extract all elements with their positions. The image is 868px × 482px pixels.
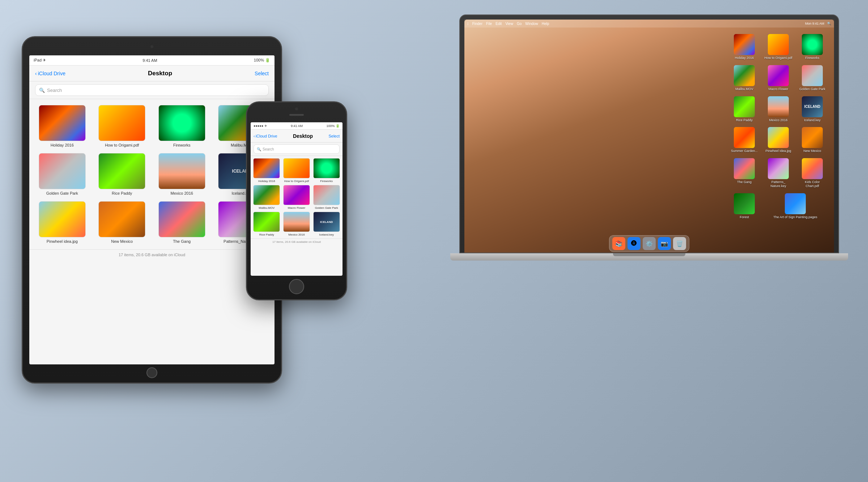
thumbnail xyxy=(253,212,280,232)
thumbnail xyxy=(158,153,205,189)
icon-label-kids-color: Kids Color Chart.pdf xyxy=(798,180,827,188)
desktop-icon-holiday2016[interactable]: Holiday 2016 xyxy=(730,34,759,60)
ipad-home-button[interactable] xyxy=(146,367,157,378)
search-icon[interactable]: 🔍 xyxy=(827,22,831,25)
desktop-icon-rice-paddy[interactable]: Rice Paddy xyxy=(730,96,759,122)
desktop-icon-forest[interactable]: Forest xyxy=(730,193,759,219)
window-menu[interactable]: Window xyxy=(525,22,538,26)
list-item[interactable]: How to Origami.pdf xyxy=(95,105,149,147)
list-item[interactable]: Golden Gate Park xyxy=(35,153,89,195)
icon-thumb-art-sign xyxy=(785,193,806,214)
desktop-icon-pinwheel[interactable]: Pinwheel Idea.jpg xyxy=(764,127,793,153)
list-item[interactable]: New Mexico xyxy=(95,201,149,244)
icon-label-holiday2016: Holiday 2016 xyxy=(735,56,754,60)
desktop-icon-iceland[interactable]: ICELAND Iceland.key xyxy=(798,96,827,122)
iphone-back-button[interactable]: ‹ iCloud Drive xyxy=(254,134,277,138)
apple-menu[interactable]:  xyxy=(467,22,469,26)
dock-item-appstore[interactable]: 🅐 xyxy=(627,237,641,250)
ipad-select-button[interactable]: Select xyxy=(255,71,269,76)
ipad-search-bar: 🔍 Search xyxy=(29,81,275,99)
dock-item-settings[interactable]: ⚙️ xyxy=(643,237,656,250)
desktop-icon-the-gang[interactable]: The Gang xyxy=(730,158,759,188)
list-item[interactable]: Mexico 2016 xyxy=(155,153,209,195)
view-menu[interactable]: View xyxy=(505,22,513,26)
icon-label-pinwheel: Pinwheel Idea.jpg xyxy=(765,149,791,153)
list-item[interactable]: Holiday 2016 xyxy=(253,158,281,183)
icon-label-forest: Forest xyxy=(740,215,749,219)
icon-label-art-sign: The Art of Sign Painting.pages xyxy=(773,215,817,219)
ipad-search-placeholder: Search xyxy=(47,88,62,93)
desktop-icon-summer-garden[interactable]: Summer Garden... xyxy=(730,127,759,153)
list-item[interactable]: Golden Gate Park xyxy=(312,185,340,210)
go-menu[interactable]: Go xyxy=(517,22,522,26)
item-label: How to Origami.pdf xyxy=(284,179,309,183)
list-item[interactable]: Rice Paddy xyxy=(253,212,281,236)
desktop-icon-art-sign[interactable]: The Art of Sign Painting.pages xyxy=(764,193,827,219)
finder-menu[interactable]: Finder xyxy=(472,22,482,26)
desktop-icon-golden-gate[interactable]: Golden Gate Park xyxy=(798,65,827,91)
item-label: The Gang xyxy=(173,239,191,244)
icon-thumb-holiday2016 xyxy=(734,34,755,55)
list-item[interactable]: Pinwheel idea.jpg xyxy=(35,201,89,244)
dock-item-photos[interactable]: 📷 xyxy=(658,237,671,250)
icon-thumb-rice-paddy xyxy=(734,96,755,117)
list-item[interactable]: Holiday 2016 xyxy=(35,105,89,147)
file-menu[interactable]: File xyxy=(486,22,492,26)
list-item[interactable]: Mexico 2016 xyxy=(283,212,311,236)
item-label: Golden Gate Park xyxy=(46,191,78,195)
icon-thumb-fireworks xyxy=(802,34,823,55)
iphone-statusbar: ●●●●● ✈ 9:41 AM 100% 🔋 xyxy=(251,122,342,130)
dock-item-trash[interactable]: 🗑️ xyxy=(673,237,686,250)
search-icon: 🔍 xyxy=(39,88,45,93)
iphone-search-input[interactable]: 🔍 Search xyxy=(254,144,340,154)
list-item[interactable]: How to Origami.pdf xyxy=(283,158,311,183)
desktop-icon-new-mexico[interactable]: New Mexico xyxy=(798,127,827,153)
list-item[interactable]: Fireworks xyxy=(312,158,340,183)
desktop-icon-mexico[interactable]: Mexico 2016 xyxy=(764,96,793,122)
thumbnail xyxy=(313,158,340,178)
thumbnail xyxy=(253,185,280,205)
icon-label-patterns-nature: Patterns_ Nature.key xyxy=(764,180,793,188)
item-label: Fireworks xyxy=(173,143,191,147)
thumbnail xyxy=(283,158,310,178)
ipad-statusbar: iPad ✈ 9:41 AM 100% 🔋 xyxy=(29,55,275,65)
icon-label-mexico: Mexico 2016 xyxy=(769,118,787,122)
item-label: Rice Paddy xyxy=(259,233,274,236)
desktop-icon-macro-flower[interactable]: Macro Flower xyxy=(764,65,793,91)
iphone: ●●●●● ✈ 9:41 AM 100% 🔋 ‹ iCloud Drive De… xyxy=(246,101,347,300)
list-item[interactable]: Macro Flower xyxy=(283,185,311,210)
desktop-icon-malibu[interactable]: Malibu.MOV xyxy=(730,65,759,91)
macbook-body:  Finder File Edit View Go Window Help M… xyxy=(459,14,839,253)
iphone-select-button[interactable]: Select xyxy=(328,134,340,138)
thumbnail xyxy=(98,153,145,189)
list-item[interactable]: Malibu.MOV xyxy=(253,185,281,210)
icon-label-new-mexico: New Mexico xyxy=(803,149,821,153)
icon-thumb-pinwheel xyxy=(768,127,789,148)
macbook-menubar:  Finder File Edit View Go Window Help M… xyxy=(464,20,834,28)
dock-item-books[interactable]: 📚 xyxy=(612,237,625,250)
ipad-back-button[interactable]: ‹ iCloud Drive xyxy=(35,71,65,76)
list-item[interactable]: ICELAND Iceland.key xyxy=(312,212,340,236)
item-label: Fireworks xyxy=(320,179,333,183)
iphone-status-right: 100% 🔋 xyxy=(326,124,340,128)
icon-thumb-kids-color xyxy=(802,158,823,179)
iphone-search-bar: 🔍 Search xyxy=(251,143,342,156)
item-label: How to Origami.pdf xyxy=(105,143,139,147)
iphone-home-button[interactable] xyxy=(289,279,304,294)
list-item[interactable]: Fireworks xyxy=(155,105,209,147)
list-item[interactable]: The Gang xyxy=(155,201,209,244)
desktop-icon-patterns-nature[interactable]: Patterns_ Nature.key xyxy=(764,158,793,188)
list-item[interactable]: Rice Paddy xyxy=(95,153,149,195)
iphone-title: Desktop xyxy=(293,133,313,139)
macbook:  Finder File Edit View Go Window Help M… xyxy=(459,14,839,268)
thumbnail xyxy=(158,105,205,141)
iphone-screen: ●●●●● ✈ 9:41 AM 100% 🔋 ‹ iCloud Drive De… xyxy=(251,122,342,276)
help-menu[interactable]: Help xyxy=(542,22,549,26)
desktop-icon-origami[interactable]: How to Origami.pdf xyxy=(764,34,793,60)
desktop-icon-fireworks[interactable]: Fireworks xyxy=(798,34,827,60)
icon-thumb-new-mexico xyxy=(802,127,823,148)
ipad-search-input[interactable]: 🔍 Search xyxy=(35,84,269,96)
icon-thumb-origami xyxy=(768,34,789,55)
desktop-icon-kids-color[interactable]: Kids Color Chart.pdf xyxy=(798,158,827,188)
edit-menu[interactable]: Edit xyxy=(495,22,502,26)
